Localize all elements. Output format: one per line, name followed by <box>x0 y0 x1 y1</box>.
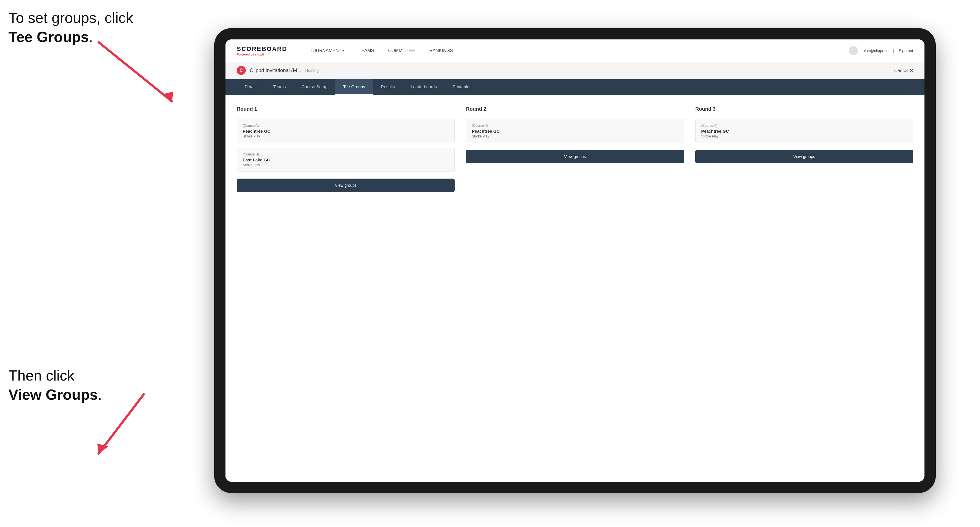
round-3-title: Round 3 <box>695 106 913 112</box>
tab-course-setup[interactable]: Course Setup <box>294 79 336 95</box>
tournament-logo: C <box>237 66 246 75</box>
tablet-screen: SCOREBOARD Powered by clippit TOURNAMENT… <box>226 40 924 482</box>
tab-tee-groups[interactable]: Tee Groups <box>336 79 373 95</box>
tab-leaderboards[interactable]: Leaderboards <box>403 79 445 95</box>
svg-marker-1 <box>162 92 173 102</box>
instruction-top-line1: To set groups, click <box>8 10 133 26</box>
nav-committee[interactable]: COMMITTEE <box>388 46 415 56</box>
tournament-title: Clippd Invitational (M... <box>250 68 301 73</box>
svg-line-0 <box>99 42 172 102</box>
round-3-view-groups-button[interactable]: View groups <box>695 150 913 163</box>
round-1-course-a-label: (Course A) <box>243 124 449 128</box>
arrow-view-groups <box>82 386 155 465</box>
round-2-course-a-card: (Course A) Peachtree GC Stroke Play <box>466 119 684 143</box>
arrow-tee-groups <box>90 34 180 113</box>
round-1-course-b-label: (Course B) <box>243 152 449 156</box>
tab-printables[interactable]: Printables <box>445 79 479 95</box>
round-1-course-a-name: Peachtree GC <box>243 129 449 133</box>
cancel-button[interactable]: Cancel ✕ <box>894 68 913 73</box>
round-2-column: Round 2 (Course A) Peachtree GC Stroke P… <box>466 106 684 192</box>
round-2-course-a-label: (Course A) <box>472 124 678 128</box>
nav-teams[interactable]: TEAMS <box>358 46 374 56</box>
round-2-view-groups-button[interactable]: View groups <box>466 150 684 163</box>
round-3-column: Round 3 (Course A) Peachtree GC Stroke P… <box>695 106 913 192</box>
svg-line-2 <box>99 394 144 454</box>
nav-rankings[interactable]: RANKINGS <box>429 46 453 56</box>
round-3-course-a-label: (Course A) <box>701 124 907 128</box>
sub-header: C Clippd Invitational (M... Hosting Canc… <box>226 62 924 79</box>
round-1-course-a-format: Stroke Play <box>243 134 449 138</box>
round-2-course-a-format: Stroke Play <box>472 134 678 138</box>
round-1-view-groups-button[interactable]: View groups <box>237 179 455 192</box>
round-1-course-b-card: (Course B) East Lake GC Stroke Play <box>237 148 455 172</box>
logo-text: SCOREBOARD <box>237 45 287 53</box>
round-1-course-a-card: (Course A) Peachtree GC Stroke Play <box>237 119 455 143</box>
svg-marker-3 <box>97 444 108 454</box>
round-1-course-b-format: Stroke Play <box>243 163 449 167</box>
tab-teams[interactable]: Teams <box>266 79 294 95</box>
tournament-name: C Clippd Invitational (M... Hosting <box>237 66 319 75</box>
main-content: Round 1 (Course A) Peachtree GC Stroke P… <box>226 95 924 482</box>
round-2-course-a-name: Peachtree GC <box>472 129 678 133</box>
round-3-course-a-card: (Course A) Peachtree GC Stroke Play <box>695 119 913 143</box>
logo-area: SCOREBOARD Powered by clippit <box>237 45 287 56</box>
top-nav-right: blair@clippd.io | Sign out <box>849 46 913 55</box>
user-email: blair@clippd.io <box>862 48 888 53</box>
logo-sub: Powered by clippit <box>237 53 287 56</box>
tabs-bar: Details Teams Course Setup Tee Groups Re… <box>226 79 924 95</box>
top-nav-links: TOURNAMENTS TEAMS COMMITTEE RANKINGS <box>310 46 832 56</box>
round-1-title: Round 1 <box>237 106 455 112</box>
top-nav: SCOREBOARD Powered by clippit TOURNAMENT… <box>226 40 924 62</box>
nav-tournaments[interactable]: TOURNAMENTS <box>310 46 344 56</box>
sign-out-link[interactable]: Sign out <box>899 48 913 53</box>
user-avatar <box>849 46 858 55</box>
round-2-title: Round 2 <box>466 106 684 112</box>
tab-results[interactable]: Results <box>373 79 403 95</box>
instruction-bottom-line1: Then click <box>8 367 75 384</box>
hosting-badge: Hosting <box>305 68 318 73</box>
round-1-column: Round 1 (Course A) Peachtree GC Stroke P… <box>237 106 455 192</box>
rounds-container: Round 1 (Course A) Peachtree GC Stroke P… <box>237 106 913 192</box>
round-1-course-b-name: East Lake GC <box>243 157 449 162</box>
tab-details[interactable]: Details <box>237 79 266 95</box>
round-3-course-a-name: Peachtree GC <box>701 129 907 133</box>
tablet-device: SCOREBOARD Powered by clippit TOURNAMENT… <box>214 28 936 493</box>
instruction-top-line2: Tee Groups <box>8 29 89 45</box>
round-3-course-a-format: Stroke Play <box>701 134 907 138</box>
